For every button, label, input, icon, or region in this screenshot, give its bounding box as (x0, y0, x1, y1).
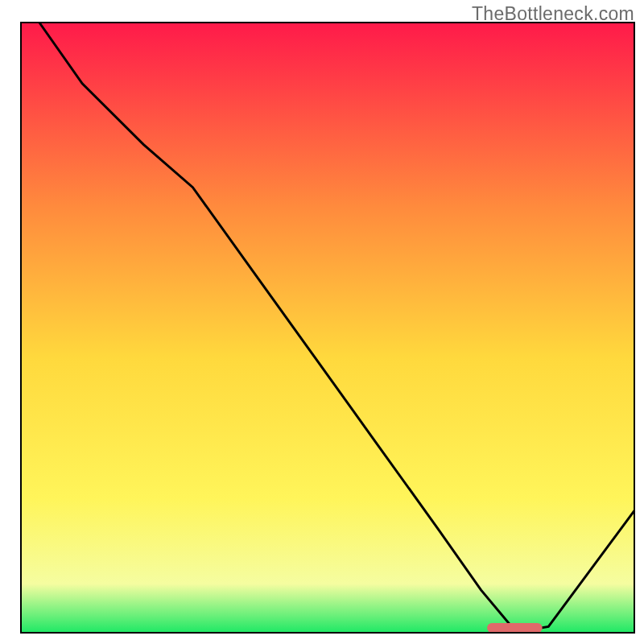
optimal-zone-marker (487, 623, 543, 633)
watermark-text: TheBottleneck.com (472, 3, 634, 25)
chart-container: TheBottleneck.com (0, 0, 644, 644)
chart-svg (0, 0, 644, 644)
